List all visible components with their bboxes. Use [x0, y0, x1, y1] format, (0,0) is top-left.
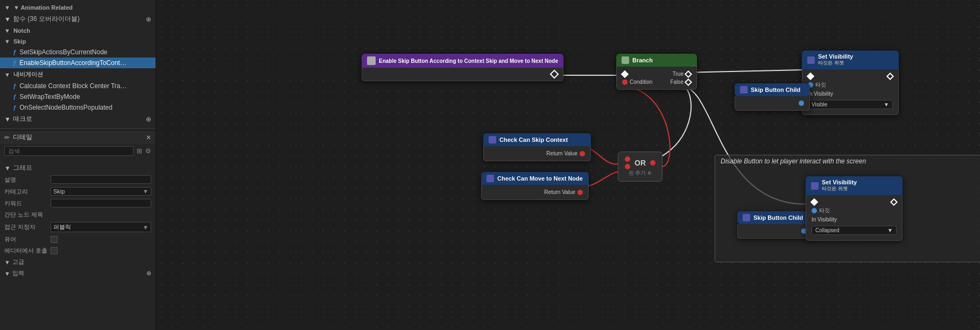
or-out-pin[interactable]: [650, 160, 655, 166]
event-icon: [367, 56, 376, 65]
close-button[interactable]: ✕: [146, 134, 151, 141]
branch-true-pin[interactable]: [685, 70, 692, 77]
check-skip-node[interactable]: Check Can Skip Context Return Value: [483, 133, 591, 161]
keywords-input[interactable]: [51, 199, 151, 207]
set-vis-top-node[interactable]: Set Visibility 타깃은 위젯 타깃: [802, 51, 899, 115]
keywords-label: 키워드: [4, 199, 47, 207]
functions-header[interactable]: ▼ 함수 (36 오버라이더블) ⊕: [0, 13, 156, 25]
check-move-return-row: Return Value: [487, 188, 583, 196]
inputs-collapse[interactable]: ▼ 입력 ⊕: [4, 268, 151, 279]
vis-top-dropdown[interactable]: Visible ▼: [808, 100, 893, 109]
set-vis-bottom-target-row: 타깃: [812, 206, 897, 216]
set-vis-top-exec-in-pin[interactable]: [807, 73, 814, 80]
check-skip-body: Return Value: [483, 146, 591, 161]
blueprint-canvas[interactable]: Enable Skip Button According to Context …: [156, 0, 980, 330]
or-node[interactable]: OR 핀 추가 ⊕: [618, 152, 662, 182]
macro-header[interactable]: ▼ 매크로 ⊕: [0, 113, 156, 125]
event-exec-out-pin[interactable]: [549, 70, 559, 79]
false-label: False: [671, 79, 683, 85]
tree-set-skip[interactable]: ƒ SetSkipActionsByCurrentNode: [0, 47, 156, 58]
set-vis-bottom-body: 타깃 In Visibility Collapsed ▼: [806, 195, 903, 241]
description-label: 설명: [4, 176, 47, 184]
func-icon-select: ƒ: [13, 104, 16, 111]
category-select[interactable]: Skip ▼: [51, 187, 151, 196]
category-label: 카테고리: [4, 188, 47, 196]
collapse-arrow-notch: ▼: [4, 27, 10, 34]
collapse-arrow: ▼: [4, 4, 10, 11]
branch-node[interactable]: Branch True Condition False: [616, 54, 697, 90]
skip-btn-top-body: [735, 96, 810, 111]
details-content: ▼ 그래프 설명 카테고리 Skip ▼ 키워드 간단 노드 제목: [0, 158, 156, 282]
or-label: OR: [634, 159, 646, 167]
collapse-arrow-inputs: ▼: [4, 270, 10, 277]
access-select[interactable]: 퍼블릭 ▼: [51, 222, 151, 232]
pencil-icon: ✏: [4, 134, 10, 141]
tree-on-select[interactable]: ƒ OnSelectNodeButtonsPopulated: [0, 102, 156, 113]
editor-call-checkbox[interactable]: [51, 247, 58, 254]
set-vis-bottom-exec-out-pin[interactable]: [890, 198, 898, 206]
branch-false-pin[interactable]: [685, 78, 692, 85]
branch-condition-row: Condition False: [622, 78, 691, 86]
tree-notch[interactable]: ▼ Notch: [0, 25, 156, 36]
skip-btn-bottom-node[interactable]: Skip Button Child: [737, 211, 813, 239]
set-vis-bottom-icon: [811, 182, 819, 190]
category-dropdown-arrow: ▼: [143, 188, 149, 195]
or-in-pin-2[interactable]: [625, 164, 630, 169]
tree-skip[interactable]: ▼ Skip: [0, 36, 156, 47]
tree-enable-skip[interactable]: ƒ EnableSkipButtonAccordingToContextSkip…: [0, 58, 156, 68]
or-in-pin-1[interactable]: [625, 156, 630, 162]
search-input[interactable]: [4, 146, 133, 156]
skip-btn-top-icon: [740, 86, 748, 94]
keywords-row: 키워드: [4, 197, 151, 209]
skip-btn-top-out-pin[interactable]: [799, 101, 804, 106]
tree-animation-related[interactable]: ▼ ▼ Animation Related: [0, 2, 156, 13]
set-vis-top-exec-row: [808, 73, 893, 80]
pure-checkbox[interactable]: [51, 236, 58, 243]
editor-call-label: 에디터에서 호출: [4, 247, 47, 255]
description-input[interactable]: [51, 175, 151, 184]
set-vis-bottom-exec-in-pin[interactable]: [810, 198, 818, 206]
details-header: ✏ 디테일 ✕: [0, 131, 156, 144]
check-skip-return-label: Return Value: [546, 150, 577, 156]
branch-icon: [622, 56, 629, 64]
simple-node-row: 간단 노드 제목: [4, 209, 151, 220]
branch-condition-pin[interactable]: [622, 80, 628, 85]
settings-icon[interactable]: ⚙: [145, 147, 151, 155]
set-vis-bottom-node[interactable]: Set Visibility 타깃은 위젯 타깃: [806, 176, 903, 241]
skip-btn-bottom-body: [737, 224, 813, 239]
event-node[interactable]: Enable Skip Button According to Context …: [362, 54, 563, 81]
or-add-pin[interactable]: 핀 추가 ⊕: [629, 169, 652, 177]
check-move-node[interactable]: Check Can Move to Next Node Return Value: [481, 172, 589, 200]
pure-label: 퓨어: [4, 235, 47, 243]
tree-set-wrap[interactable]: ƒ SetWrapTextByMode: [0, 91, 156, 102]
set-vis-top-icon: [807, 56, 815, 64]
skip-btn-top-node[interactable]: Skip Button Child: [735, 83, 810, 111]
add-input-icon[interactable]: ⊕: [146, 270, 151, 277]
description-row: 설명: [4, 174, 151, 185]
category-row: 카테고리 Skip ▼: [4, 185, 151, 197]
check-skip-icon: [489, 136, 496, 144]
tree-navigation[interactable]: ▼ 내비게이션: [0, 68, 156, 81]
add-function-icon[interactable]: ⊕: [146, 16, 151, 23]
vis-bottom-dropdown-arrow: ▼: [887, 227, 893, 233]
vis-top-dropdown-arrow: ▼: [884, 102, 889, 107]
branch-exec-in-row: True: [622, 70, 691, 78]
vis-bottom-dropdown[interactable]: Collapsed ▼: [812, 226, 897, 235]
set-vis-top-target-row: 타깃: [808, 80, 893, 90]
tree-calc-ctx[interactable]: ƒ Calculate Context Block Center Transla…: [0, 81, 156, 91]
advanced-collapse[interactable]: ▼ 고급: [4, 256, 151, 268]
add-macro-icon[interactable]: ⊕: [146, 116, 151, 123]
check-skip-return-pin[interactable]: [580, 151, 585, 156]
check-move-return-pin[interactable]: [577, 190, 583, 195]
grid-view-icon[interactable]: ⊞: [137, 147, 142, 155]
check-skip-return-row: Return Value: [489, 149, 585, 157]
skip-btn-bottom-out-row: [743, 227, 807, 235]
set-vis-bottom-target-pin[interactable]: [812, 208, 817, 213]
set-vis-top-target-label: 타깃: [815, 81, 826, 89]
set-vis-top-exec-out-pin[interactable]: [886, 73, 894, 80]
access-dropdown-arrow: ▼: [143, 224, 149, 231]
branch-exec-in-pin[interactable]: [621, 70, 629, 77]
check-move-return-label: Return Value: [544, 189, 575, 195]
details-toolbar: ⊞ ⚙: [0, 144, 156, 158]
collapse-arrow-macro: ▼: [4, 116, 11, 123]
